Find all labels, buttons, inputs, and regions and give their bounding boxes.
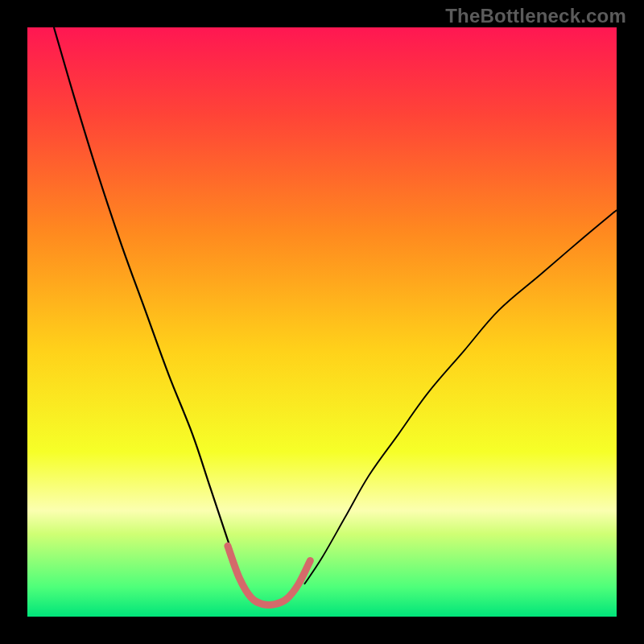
watermark-text: TheBottleneck.com bbox=[445, 5, 626, 27]
gradient-background bbox=[27, 27, 617, 617]
plot-area bbox=[27, 27, 617, 617]
bottleneck-curve-chart bbox=[27, 27, 617, 617]
chart-frame: TheBottleneck.com bbox=[0, 0, 644, 644]
